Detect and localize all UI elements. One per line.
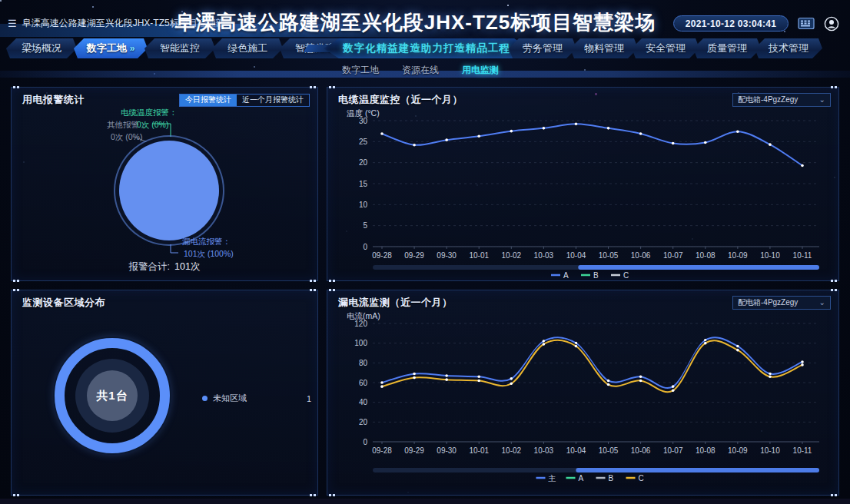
menu-icon[interactable]: ☰ xyxy=(8,18,17,29)
alarm-pie-area: 电缆温度报警： 其他报警： 0次 (0%) 0次 (0%) 漏电流报警： 101… xyxy=(12,88,317,280)
svg-text:09-29: 09-29 xyxy=(404,446,424,455)
tab-laowu-guanli[interactable]: 劳务管理 xyxy=(509,38,576,58)
tab-label: 劳务管理 xyxy=(523,41,563,55)
banner-text: 数字化精益建造助力打造精品工程 xyxy=(343,41,510,55)
chart-legend[interactable]: 主ABC xyxy=(536,474,644,482)
corner-marker xyxy=(835,494,837,496)
tab-zhineng-jiankong[interactable]: 智能监控 xyxy=(144,38,215,58)
svg-text:20: 20 xyxy=(359,158,368,167)
cable-temp-chart[interactable]: 051015202530温度 (°C)09-2809-2909-3010-011… xyxy=(337,108,830,278)
panel-device-distribution: 监测设备区域分布 共1台 未知区域 1 xyxy=(11,290,318,496)
distribution-box-select[interactable]: 配电箱-4PgzZegy ⌄ xyxy=(732,93,831,107)
panel-alarm-stats: 用电报警统计 今日报警统计 近一个月报警统计 电缆温度报警： 其他报警： 0次 … xyxy=(11,87,318,281)
alarm-total-value: 101次 xyxy=(174,261,200,272)
starfield-decoration xyxy=(0,0,2,2)
svg-text:09-30: 09-30 xyxy=(437,446,457,455)
svg-text:10-06: 10-06 xyxy=(631,251,651,260)
svg-text:09-29: 09-29 xyxy=(404,251,424,260)
alarm-total: 报警合计:101次 xyxy=(12,260,317,274)
pie-value-other: 0次 (0%) xyxy=(111,132,142,143)
tab-wuliao-guanli[interactable]: 物料管理 xyxy=(570,38,638,58)
tab-anquan-guanli[interactable]: 安全管理 xyxy=(632,38,699,58)
panel-header: 漏电流监测（近一个月） 配电箱-4PgzZegy ⌄ xyxy=(327,290,838,310)
svg-text:主: 主 xyxy=(548,474,556,482)
svg-text:10-04: 10-04 xyxy=(566,251,586,260)
svg-text:15: 15 xyxy=(359,180,368,188)
dashboard-root: ☰ 阜溧高速公路建湖至兴化段JHX-TZ5标项目经理部 阜溧高速公路建湖至兴化段… xyxy=(0,0,850,504)
device-total: 共1台 xyxy=(96,389,128,403)
svg-text:10-08: 10-08 xyxy=(696,446,716,455)
svg-text:20: 20 xyxy=(359,418,368,426)
subnav-item-yongdian-jiance[interactable]: 用电监测 xyxy=(462,64,499,77)
svg-text:0: 0 xyxy=(363,438,367,446)
panel-header: 电缆温度监控（近一个月） 配电箱-4PgzZegy ⌄ xyxy=(327,88,838,107)
bottom-strip xyxy=(0,499,850,504)
tab-lvse-shigong[interactable]: 绿色施工 xyxy=(212,38,283,58)
user-icon[interactable] xyxy=(824,16,839,32)
tab-label: 技术管理 xyxy=(769,41,808,55)
select-value: 配电箱-4PgzZegy xyxy=(738,94,798,105)
svg-text:100: 100 xyxy=(354,339,367,347)
chart-legend[interactable]: ABC xyxy=(551,271,629,279)
svg-text:10-03: 10-03 xyxy=(534,446,554,455)
svg-text:10-02: 10-02 xyxy=(502,251,522,260)
select-value: 配电箱-4PgzZegy xyxy=(738,297,798,308)
svg-text:温度 (°C): 温度 (°C) xyxy=(347,108,380,118)
svg-text:0: 0 xyxy=(363,243,367,251)
panel-title: 监测设备区域分布 xyxy=(22,296,105,310)
svg-text:30: 30 xyxy=(359,117,368,125)
pie-label-cable-temp: 电缆温度报警： xyxy=(121,108,178,118)
pie-value-cable-temp: 0次 (0%) xyxy=(137,120,168,131)
svg-text:09-30: 09-30 xyxy=(437,251,457,260)
svg-text:10-04: 10-04 xyxy=(566,446,586,455)
datazoom-thumb[interactable] xyxy=(578,265,819,270)
corner-marker xyxy=(329,494,331,496)
svg-text:C: C xyxy=(623,271,629,279)
chevron-down-icon: ⌄ xyxy=(819,300,825,306)
svg-text:A: A xyxy=(563,271,569,279)
donut-center-label: 共1台 xyxy=(87,370,138,421)
svg-text:60: 60 xyxy=(359,379,368,387)
tab-zhiliang-guanli[interactable]: 质量管理 xyxy=(693,38,761,58)
svg-text:10-07: 10-07 xyxy=(663,251,683,260)
subnav-item-shuzi-gongdi[interactable]: 数字工地 xyxy=(342,64,379,77)
corner-marker xyxy=(329,280,331,282)
tab-label: 质量管理 xyxy=(707,41,747,55)
svg-text:10-05: 10-05 xyxy=(599,446,619,455)
subnav: 数字工地 资源在线 用电监测 xyxy=(342,64,499,77)
pie-value-leakage: 101次 (100%) xyxy=(184,249,234,260)
svg-text:电流(mA): 电流(mA) xyxy=(347,311,380,320)
tab-label: 数字工地 xyxy=(87,41,127,55)
svg-text:25: 25 xyxy=(359,138,368,146)
svg-text:10-06: 10-06 xyxy=(631,446,651,455)
panel-title: 漏电流监测（近一个月） xyxy=(338,296,453,310)
corner-marker xyxy=(13,494,15,496)
svg-text:10-08: 10-08 xyxy=(696,251,716,260)
keyboard-icon[interactable] xyxy=(798,17,815,30)
svg-text:10-05: 10-05 xyxy=(599,251,619,260)
tab-label: 智能监控 xyxy=(160,41,200,55)
page-title: 阜溧高速公路建湖至兴化段JHX-TZ5标项目智慧梁场 xyxy=(175,9,656,36)
corner-marker xyxy=(314,494,316,496)
svg-text:A: A xyxy=(579,474,584,482)
center-banner: 数字化精益建造助力打造精品工程 xyxy=(324,38,530,58)
device-legend-row[interactable]: 未知区域 1 xyxy=(202,393,311,404)
tab-liangchang-gaikuang[interactable]: 梁场概况 xyxy=(6,38,77,58)
tab-label: 物料管理 xyxy=(584,41,624,55)
svg-text:120: 120 xyxy=(354,320,367,328)
legend-dot xyxy=(202,396,208,401)
pie-slice-leakage[interactable] xyxy=(119,141,219,240)
tab-shuzi-gongdi[interactable]: 数字工地» xyxy=(74,38,148,58)
main-nav: 梁场概况 数字工地» 智能监控 绿色施工 智慧党建 数字化精益建造助力打造精品工… xyxy=(0,38,850,59)
datetime-display: 2021-10-12 03:04:41 xyxy=(673,15,789,32)
svg-text:10-03: 10-03 xyxy=(534,251,554,260)
svg-text:09-28: 09-28 xyxy=(372,251,392,260)
panel-cable-temperature: 电缆温度监控（近一个月） 配电箱-4PgzZegy ⌄ 051015202530… xyxy=(327,87,839,281)
tab-jishu-guanli[interactable]: 技术管理 xyxy=(755,38,822,58)
tab-label: 梁场概况 xyxy=(22,41,61,55)
subnav-item-ziyuan-zaixian[interactable]: 资源在线 xyxy=(402,64,439,77)
leakage-current-chart[interactable]: 020406080100120电流(mA)09-2809-2909-3010-0… xyxy=(337,311,830,492)
panel-header: 监测设备区域分布 xyxy=(12,290,317,310)
distribution-box-select[interactable]: 配电箱-4PgzZegy ⌄ xyxy=(732,296,831,310)
datazoom-thumb[interactable] xyxy=(576,468,819,472)
